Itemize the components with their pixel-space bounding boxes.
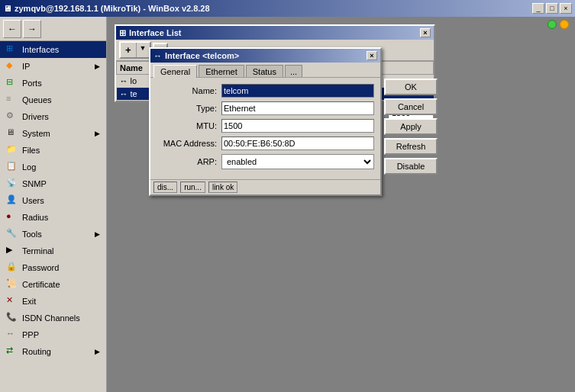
dialog-status-bar: dis... run... link ok [150,179,380,194]
title-bar-text: 🖥 zymqvb@192.168.1.1 (MikroTik) - WinBox… [3,4,210,13]
interface-icon: ↔ [120,89,128,98]
mtu-label: MTU: [157,121,221,130]
status-disabled: dis... [153,182,177,193]
sidebar-item-ports[interactable]: ⊟ Ports [0,75,106,92]
sidebar-item-ip[interactable]: ◆ IP ▶ [0,58,106,75]
type-input[interactable] [221,101,374,115]
sidebar-item-radius[interactable]: ● Radius [0,209,106,226]
files-icon: 📁 [6,144,18,156]
mac-label: MAC Address: [157,139,221,148]
type-row: Type: [157,101,374,115]
sidebar-item-drivers[interactable]: ⚙ Drivers [0,108,106,125]
status-link: link ok [208,182,237,193]
tab-more[interactable]: ... [285,65,302,78]
dialog-buttons: OK Cancel Apply Refresh Disable [384,77,438,176]
interfaces-icon: ⊞ [6,43,18,56]
sidebar-item-ppp-label: PPP [22,330,100,339]
app-icon: 🖥 [3,4,11,13]
arp-select[interactable]: enabled disabled proxy-arp reply-only [221,154,374,169]
back-button[interactable]: ← [3,20,21,38]
mtu-row: MTU: [157,119,374,133]
interface-icon: ↔ [120,76,128,85]
arp-label: ARP: [157,157,221,166]
interface-list-close-button[interactable]: × [420,28,431,37]
tab-ethernet[interactable]: Ethernet [199,65,244,78]
mtu-input[interactable] [221,119,374,133]
sidebar-item-exit[interactable]: ✕ Exit [0,293,106,310]
cancel-button[interactable]: Cancel [384,98,438,115]
ip-icon: ◆ [6,60,18,72]
disable-button[interactable]: Disable [384,158,438,175]
sidebar-item-certificate-label: Certificate [22,280,100,289]
minimize-button[interactable]: _ [532,3,544,14]
log-icon: 📋 [6,161,18,173]
snmp-icon: 📡 [6,178,18,190]
sidebar-item-snmp[interactable]: 📡 SNMP [0,175,106,192]
sidebar-item-radius-label: Radius [22,213,100,222]
sidebar-item-system[interactable]: 🖥 System ▶ [0,125,106,142]
sidebar-item-tools[interactable]: 🔧 Tools ▶ [0,226,106,243]
name-row: Name: [157,84,374,98]
system-arrow: ▶ [95,130,100,137]
sidebar-item-queues-label: Queues [22,95,100,104]
interface-dialog: ↔ Interface <telcom> × General Ethernet … [149,47,382,196]
sidebar-item-files[interactable]: 📁 Files [0,142,106,159]
sidebar-item-ppp[interactable]: ↔ PPP [0,326,106,343]
radius-icon: ● [6,211,18,223]
sidebar-item-password[interactable]: 🔒 Password [0,259,106,276]
apply-button[interactable]: Apply [384,118,438,135]
interface-dialog-close-button[interactable]: × [367,51,377,60]
name-input[interactable] [221,84,374,98]
sidebar-item-interfaces[interactable]: ⊞ Interfaces [0,41,106,58]
forward-icon: → [27,24,37,34]
sidebar-item-log[interactable]: 📋 Log [0,159,106,175]
sidebar-item-terminal[interactable]: ▶ Terminal [0,243,106,259]
right-area: ⊞ Interface List × + ▼ − Name [107,17,575,392]
orange-status-indicator [560,20,569,29]
ppp-icon: ↔ [6,329,18,341]
sidebar-item-users[interactable]: 👤 Users [0,192,106,209]
tab-status[interactable]: Status [246,65,283,78]
sidebar-item-ports-label: Ports [22,79,100,88]
sidebar-item-log-label: Log [22,162,100,172]
sidebar-item-queues[interactable]: ≡ Queues [0,92,106,108]
ok-button[interactable]: OK [384,79,438,95]
add-dropdown-button[interactable]: ▼ [136,43,150,57]
isdn-icon: 📞 [6,312,18,324]
sidebar-item-ip-label: IP [22,62,91,71]
type-label: Type: [157,104,221,113]
sidebar-item-isdn-label: ISDN Channels [22,313,100,323]
sidebar-item-files-label: Files [22,146,100,155]
sidebar-item-terminal-label: Terminal [22,246,100,255]
ports-icon: ⊟ [6,77,18,89]
tab-general[interactable]: General [153,65,197,78]
tools-arrow: ▶ [95,230,100,238]
password-icon: 🔒 [6,262,18,274]
maximize-button[interactable]: □ [546,3,558,14]
tab-bar: General Ethernet Status ... [150,63,380,77]
system-icon: 🖥 [6,127,18,140]
sidebar-item-users-label: Users [22,196,100,205]
interface-dialog-title: Interface <telcom> [165,51,239,60]
status-running: run... [180,182,205,193]
sidebar-item-snmp-label: SNMP [22,179,100,188]
add-interface-button[interactable]: + [121,43,136,57]
interface-list-titlebar: ⊞ Interface List × [116,26,434,40]
green-status-indicator [548,20,557,29]
sidebar: ← → ⊞ Interfaces ◆ IP ▶ ⊟ Ports ≡ Queues… [0,17,107,392]
mac-row: MAC Address: [157,137,374,150]
sidebar-item-tools-label: Tools [22,230,91,239]
mac-input[interactable] [221,137,374,150]
sidebar-item-isdn[interactable]: 📞 ISDN Channels [0,310,106,326]
exit-icon: ✕ [6,295,18,307]
routing-arrow: ▶ [95,348,100,355]
forward-button[interactable]: → [23,20,41,38]
window-title: zymqvb@192.168.1.1 (MikroTik) - WinBox v… [15,4,210,13]
refresh-button[interactable]: Refresh [384,138,438,155]
close-button[interactable]: × [560,3,572,14]
sidebar-item-routing[interactable]: ⇄ Routing ▶ [0,343,106,360]
corner-status [548,20,569,29]
tools-icon: 🔧 [6,228,18,240]
queues-icon: ≡ [6,94,18,106]
sidebar-item-certificate[interactable]: 📜 Certificate [0,276,106,293]
